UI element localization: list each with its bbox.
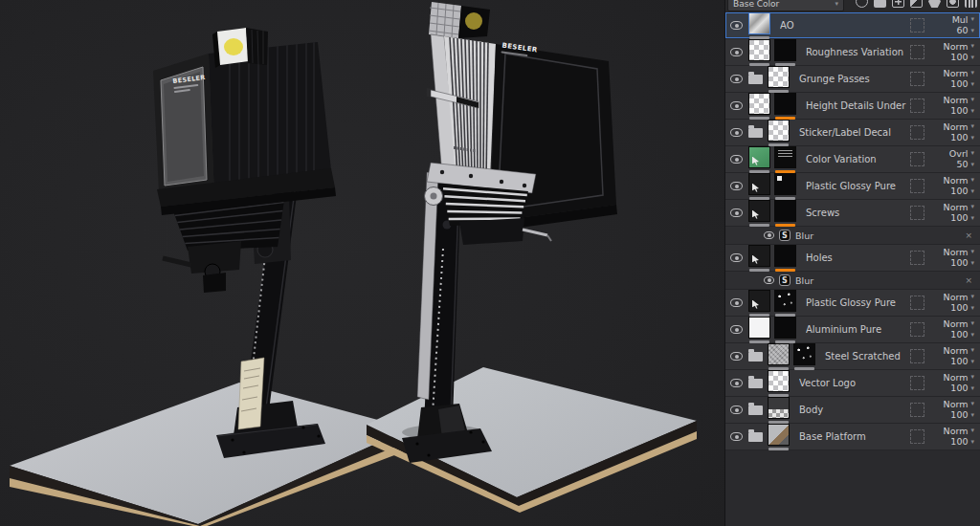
opacity-select[interactable]: 100▾	[950, 303, 974, 313]
layer-thumbnail[interactable]	[774, 290, 796, 312]
folder-icon[interactable]	[748, 379, 763, 388]
blend-mode-select[interactable]: Norm▾	[944, 427, 974, 436]
layer-row[interactable]: Height Details UnderNorm▾100▾	[725, 93, 980, 120]
layer-row[interactable]: AOMul▾60▾	[725, 12, 980, 39]
layer-row[interactable]: Base PlatformNorm▾100▾	[725, 424, 980, 450]
blend-mode-select[interactable]: Ovrl▾	[949, 149, 974, 159]
blend-mode-select[interactable]: Norm▾	[944, 176, 974, 186]
blend-mode-select[interactable]: Mul▾	[952, 15, 974, 25]
layer-thumbnail[interactable]	[768, 370, 790, 392]
opacity-select[interactable]: 100▾	[950, 357, 974, 366]
folder-icon[interactable]	[748, 432, 763, 442]
folder-icon[interactable]	[748, 405, 763, 415]
opacity-select[interactable]: 100▾	[950, 213, 974, 223]
add-folder-icon[interactable]	[874, 0, 886, 8]
opacity-select[interactable]: 100▾	[950, 258, 974, 268]
layer-row[interactable]: Aluminium PureNorm▾100▾	[725, 317, 980, 343]
layer-row[interactable]: Plastic Glossy PureNorm▾100▾	[725, 290, 980, 317]
channel-selector-dropdown[interactable]: Base Color ▾	[727, 0, 844, 11]
blend-mode-select[interactable]: Norm▾	[944, 293, 974, 302]
layer-row[interactable]: HolesNorm▾100▾	[725, 245, 980, 272]
mask-slot-icon[interactable]	[910, 206, 924, 220]
visibility-eye-icon[interactable]	[730, 379, 743, 387]
mask-slot-icon[interactable]	[910, 349, 924, 363]
layer-thumbnail[interactable]	[774, 39, 796, 61]
layer-thumbnail[interactable]	[748, 317, 770, 339]
layer-row[interactable]: Roughness VariationNorm▾100▾	[725, 39, 980, 66]
blend-mode-select[interactable]: Norm▾	[944, 42, 974, 52]
mask-slot-icon[interactable]	[910, 429, 924, 444]
delete-layer-icon[interactable]	[965, 0, 977, 8]
layer-row[interactable]: ScrewsNorm▾100▾	[725, 200, 980, 227]
add-effect-icon[interactable]	[856, 0, 868, 8]
layer-thumbnail[interactable]	[774, 173, 796, 195]
layer-thumbnail[interactable]	[768, 397, 790, 419]
mask-slot-icon[interactable]	[910, 376, 924, 390]
visibility-eye-icon[interactable]	[730, 298, 743, 307]
opacity-select[interactable]: 100▾	[950, 410, 974, 420]
layer-thumbnail[interactable]	[768, 66, 790, 88]
opacity-select[interactable]: 100▾	[950, 330, 974, 340]
close-icon[interactable]: ×	[965, 275, 972, 285]
opacity-select[interactable]: 100▾	[950, 53, 974, 62]
layer-row[interactable]: Steel ScratchedNorm▾100▾	[725, 343, 980, 370]
add-mask-icon[interactable]	[947, 0, 959, 8]
layer-thumbnail[interactable]	[774, 317, 796, 339]
layer-thumbnail[interactable]	[774, 146, 796, 168]
visibility-eye-icon[interactable]	[730, 48, 743, 56]
effect-row[interactable]: SBlur×	[725, 227, 980, 245]
blend-mode-select[interactable]: Norm▾	[944, 373, 974, 383]
opacity-select[interactable]: 100▾	[950, 106, 974, 116]
mask-slot-icon[interactable]	[910, 72, 924, 86]
blend-mode-select[interactable]: Norm▾	[944, 122, 974, 132]
mask-slot-icon[interactable]	[910, 251, 924, 265]
layer-thumbnail[interactable]	[768, 120, 790, 142]
viewport-3d[interactable]: BESELER BESELER	[0, 0, 724, 526]
opacity-select[interactable]: 100▾	[950, 79, 974, 89]
folder-icon[interactable]	[748, 75, 763, 84]
mask-slot-icon[interactable]	[910, 125, 924, 140]
opacity-select[interactable]: 100▾	[950, 437, 974, 447]
layer-row[interactable]: BodyNorm▾100▾	[725, 397, 980, 424]
blend-mode-select[interactable]: Norm▾	[944, 248, 974, 257]
mask-slot-icon[interactable]	[910, 18, 924, 33]
layer-row[interactable]: Vector LogoNorm▾100▾	[725, 370, 980, 397]
mask-slot-icon[interactable]	[910, 99, 924, 113]
visibility-eye-icon[interactable]	[730, 352, 743, 361]
opacity-select[interactable]: 100▾	[950, 384, 974, 393]
mask-slot-icon[interactable]	[910, 296, 924, 310]
visibility-eye-icon[interactable]	[730, 75, 743, 83]
close-icon[interactable]: ×	[965, 230, 972, 240]
opacity-select[interactable]: 100▾	[950, 133, 974, 142]
visibility-eye-icon[interactable]	[730, 325, 743, 334]
visibility-eye-icon[interactable]	[764, 276, 774, 284]
blend-mode-select[interactable]: Norm▾	[944, 400, 974, 409]
visibility-eye-icon[interactable]	[730, 405, 743, 414]
visibility-eye-icon[interactable]	[730, 253, 743, 262]
visibility-eye-icon[interactable]	[730, 155, 743, 164]
layer-thumbnail[interactable]	[748, 245, 770, 267]
blend-mode-select[interactable]: Norm▾	[944, 69, 974, 78]
visibility-eye-icon[interactable]	[730, 21, 743, 30]
layer-thumbnail[interactable]	[768, 343, 790, 365]
opacity-select[interactable]: 50▾	[956, 160, 974, 169]
mask-slot-icon[interactable]	[910, 152, 924, 166]
visibility-eye-icon[interactable]	[730, 101, 743, 110]
layer-row[interactable]: Sticker/Label DecalNorm▾100▾	[725, 120, 980, 146]
layer-thumbnail[interactable]	[748, 173, 770, 195]
layer-thumbnail[interactable]	[748, 39, 770, 61]
layer-thumbnail[interactable]	[748, 146, 770, 168]
add-layer-icon[interactable]	[892, 0, 904, 8]
blend-mode-select[interactable]: Norm▾	[944, 319, 974, 329]
blend-mode-select[interactable]: Norm▾	[944, 203, 974, 212]
mask-slot-icon[interactable]	[910, 322, 924, 337]
layer-thumbnail[interactable]	[774, 93, 796, 115]
visibility-eye-icon[interactable]	[764, 231, 774, 239]
layer-row[interactable]: Color VariationOvrl▾50▾	[725, 146, 980, 173]
opacity-select[interactable]: 60▾	[956, 26, 974, 35]
blend-mode-select[interactable]: Norm▾	[944, 96, 974, 105]
layer-thumbnail[interactable]	[793, 343, 815, 365]
visibility-eye-icon[interactable]	[730, 128, 743, 137]
layer-thumbnail[interactable]	[748, 290, 770, 312]
layer-thumbnail[interactable]	[748, 200, 770, 222]
